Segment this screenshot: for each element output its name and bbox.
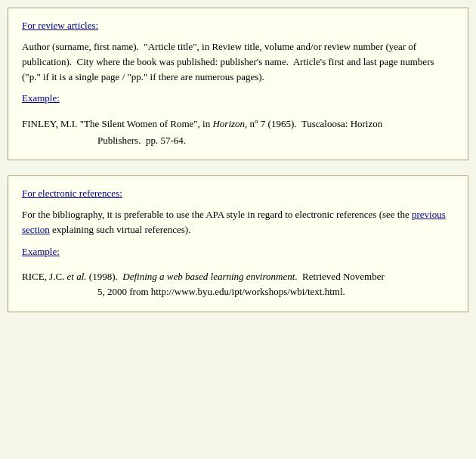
- electronic-references-card: For electronic references: For the bibli…: [8, 175, 468, 312]
- review-articles-card: For review articles: Author (surname, fi…: [8, 8, 468, 160]
- review-articles-example-label: Example:: [22, 92, 60, 104]
- review-articles-example: FINLEY, M.I. "The Silent Women of Rome",…: [22, 116, 454, 148]
- electronic-references-example-text: RICE, J.C. et al. (1998). Defining a web…: [22, 269, 454, 301]
- electronic-references-title: For electronic references:: [22, 188, 122, 200]
- electronic-references-example-continuation: 5, 2000 from http://www.byu.edu/ipt/work…: [22, 284, 454, 300]
- electronic-references-body: For the bibliography, it is preferable t…: [22, 207, 454, 237]
- electronic-references-example-label: Example:: [22, 246, 60, 258]
- review-articles-title: For review articles:: [22, 20, 98, 32]
- electronic-references-example: RICE, J.C. et al. (1998). Defining a web…: [22, 269, 454, 301]
- review-articles-body: Author (surname, first name). "Article t…: [22, 39, 454, 85]
- review-articles-example-continuation: Publishers. pp. 57-64.: [22, 133, 454, 149]
- review-articles-example-text: FINLEY, M.I. "The Silent Women of Rome",…: [22, 116, 454, 148]
- previous-section-link[interactable]: previous section: [22, 209, 446, 235]
